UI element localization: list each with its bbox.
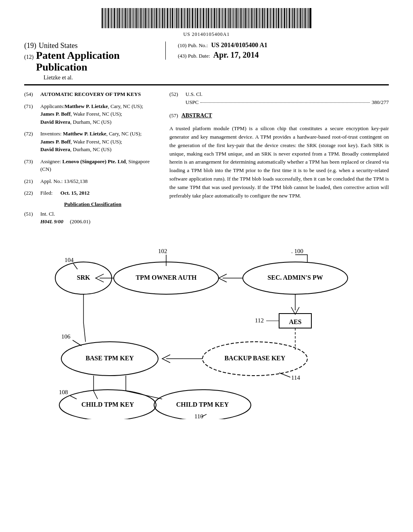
svg-rect-6: [111, 8, 112, 28]
filed-value: Oct. 15, 2012: [60, 190, 90, 196]
svg-rect-90: [242, 8, 243, 28]
svg-rect-73: [216, 8, 217, 28]
inventors-content: Inventors: Matthew P. Lietzke, Cary, NC …: [40, 130, 161, 154]
pub-class-header: Publication Classification: [24, 201, 161, 208]
svg-rect-63: [200, 8, 201, 28]
svg-rect-117: [284, 8, 285, 28]
title-num: (54): [24, 90, 40, 98]
svg-rect-100: [258, 8, 259, 28]
svg-rect-70: [211, 8, 212, 28]
child-tpm-key-2-label: CHILD TPM KEY: [176, 401, 229, 407]
svg-rect-36: [158, 8, 159, 28]
ref-104-line: [73, 264, 77, 269]
svg-rect-95: [250, 8, 250, 28]
uspc-dots: [200, 102, 370, 103]
svg-rect-53: [184, 8, 185, 28]
appl-no-row: (21) Appl. No.: 13/652,138: [24, 177, 161, 185]
svg-rect-17: [128, 8, 129, 28]
filed-row: (22) Filed: Oct. 15, 2012: [24, 189, 161, 197]
inventor-1: Matthew P. Lietzke: [63, 131, 106, 137]
svg-rect-43: [169, 8, 169, 28]
pub-number-line: (10) Pub. No.: US 2014/0105400 A1: [178, 42, 389, 49]
svg-rect-48: [176, 8, 177, 28]
barcode-image: [102, 8, 311, 28]
base-to-child1-curve: [94, 391, 98, 399]
svg-rect-89: [240, 8, 242, 28]
applicant-2: James P. Boff: [40, 111, 71, 117]
svg-rect-96: [251, 8, 252, 28]
svg-rect-107: [269, 8, 269, 28]
inventor-3: David Rivera: [40, 146, 70, 152]
page: US 20140105400A1 (19) United States (12)…: [0, 0, 413, 532]
svg-rect-8: [114, 8, 115, 28]
svg-rect-118: [286, 8, 287, 28]
svg-rect-19: [131, 8, 132, 28]
svg-rect-131: [307, 8, 307, 28]
child-tpm-key-1-label: CHILD TPM KEY: [81, 401, 134, 407]
svg-rect-91: [244, 8, 244, 28]
country-name: United States: [39, 42, 78, 50]
svg-rect-38: [161, 8, 161, 28]
svg-rect-114: [280, 8, 280, 28]
svg-rect-57: [191, 8, 191, 28]
svg-rect-62: [199, 8, 199, 28]
svg-rect-128: [302, 8, 302, 28]
svg-rect-16: [127, 8, 127, 28]
svg-rect-50: [180, 8, 180, 28]
svg-rect-98: [254, 8, 255, 28]
svg-rect-108: [270, 8, 271, 28]
us-cl-num: (52): [169, 90, 186, 106]
svg-rect-64: [202, 8, 202, 28]
country-num: (19): [24, 42, 36, 50]
svg-rect-59: [194, 8, 194, 28]
svg-rect-39: [162, 8, 163, 28]
uspc-value: 380/277: [371, 98, 389, 106]
ref-108: 108: [59, 389, 68, 395]
svg-rect-102: [261, 8, 261, 28]
title-value: AUTOMATIC RECOVERY OF TPM KEYS: [40, 90, 161, 98]
sec-admin-label: SEC. ADMIN'S PW: [267, 274, 323, 281]
svg-rect-119: [288, 8, 288, 28]
assignee-num: (73): [24, 158, 40, 173]
svg-rect-121: [291, 8, 291, 28]
ref-114: 114: [291, 374, 300, 381]
svg-rect-111: [275, 8, 275, 28]
appl-no-content: Appl. No.: 13/652,138: [40, 177, 161, 185]
svg-rect-68: [208, 8, 209, 28]
assignee-value: Lenovo (Singapore) Pte. Ltd: [63, 158, 126, 164]
uspc-label: USPC: [186, 98, 199, 106]
svg-rect-7: [113, 8, 113, 28]
applicants-num: (71): [24, 102, 40, 126]
appl-no-value: 13/652,138: [64, 178, 88, 184]
svg-rect-75: [219, 8, 220, 28]
svg-rect-56: [189, 8, 190, 28]
svg-rect-4: [108, 8, 109, 28]
svg-rect-113: [278, 8, 279, 28]
svg-rect-5: [110, 8, 110, 28]
svg-rect-69: [210, 8, 210, 28]
right-column: (52) U.S. Cl. USPC 380/277 (57) ABSTR: [169, 90, 389, 230]
svg-rect-60: [195, 8, 196, 28]
ref-104: 104: [65, 257, 74, 263]
ref-110: 110: [194, 413, 203, 419]
svg-rect-29: [147, 8, 148, 28]
svg-rect-71: [213, 8, 213, 28]
svg-rect-30: [148, 8, 149, 28]
abstract-title: ABSTRACT: [181, 112, 212, 119]
abstract-section: (57) ABSTRACT A trusted platform module …: [169, 112, 389, 200]
filed-label: Filed:: [40, 190, 52, 196]
svg-rect-67: [206, 8, 207, 28]
svg-rect-46: [174, 8, 174, 28]
ref-108-line: [70, 396, 77, 399]
svg-rect-116: [283, 8, 283, 28]
inventor-2: James P. Boff: [40, 139, 71, 145]
svg-rect-35: [156, 8, 157, 28]
svg-rect-99: [256, 8, 257, 28]
ref-102: 102: [158, 248, 167, 254]
svg-rect-81: [228, 8, 229, 28]
pub-type-num: (12): [24, 54, 33, 60]
svg-rect-129: [303, 8, 304, 28]
svg-rect-37: [159, 8, 160, 28]
svg-rect-65: [203, 8, 204, 28]
svg-rect-58: [192, 8, 193, 28]
